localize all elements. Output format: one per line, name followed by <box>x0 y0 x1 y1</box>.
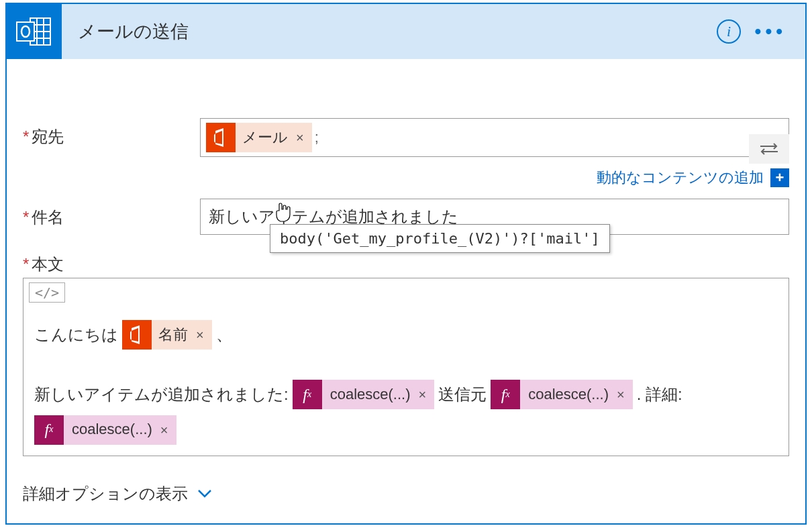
code-view-toggle[interactable]: </> <box>29 282 65 303</box>
fx-label: coalesce(...) <box>330 378 411 411</box>
office-icon <box>122 320 152 350</box>
add-dynamic-content-link[interactable]: 動的なコンテンツの追加 <box>597 168 764 188</box>
remove-token-icon[interactable]: × <box>196 320 204 350</box>
fx-token-3[interactable]: fx coalesce(...) × <box>34 415 176 445</box>
chevron-down-icon <box>197 489 212 498</box>
svg-marker-13 <box>130 331 132 340</box>
body-token-name[interactable]: 名前 × <box>122 320 212 350</box>
remove-token-icon[interactable]: × <box>419 380 427 409</box>
greeting-text: こんにちは <box>34 317 118 353</box>
body-label: *本文 <box>23 254 789 275</box>
add-dynamic-content-plus[interactable]: + <box>770 168 789 187</box>
body-content[interactable]: こんにちは 名前 × 、 <box>23 307 789 456</box>
fx-icon: fx <box>293 380 322 409</box>
body-editor[interactable]: </> こんにちは <box>23 278 789 456</box>
to-field[interactable]: メール × ; <box>200 118 789 157</box>
to-label: *宛先 <box>23 118 200 148</box>
fx-label: coalesce(...) <box>72 413 152 445</box>
comma: 、 <box>216 317 232 353</box>
expression-tooltip: body('Get_my_profile_(V2)')?['mail'] <box>270 224 610 253</box>
card-body: *宛先 メール × <box>7 118 805 505</box>
to-token-mail[interactable]: メール × <box>206 123 312 152</box>
body-text: . 詳細: <box>637 377 682 413</box>
advanced-options-toggle[interactable]: 詳細オプションの表示 <box>23 483 789 505</box>
body-toolbar: </> <box>23 278 789 307</box>
svg-marker-10 <box>215 128 223 147</box>
remove-token-icon[interactable]: × <box>296 130 304 146</box>
required-mark: * <box>23 255 29 273</box>
fx-token-1[interactable]: fx coalesce(...) × <box>293 380 435 409</box>
svg-marker-12 <box>132 325 140 344</box>
required-mark: * <box>23 127 29 146</box>
fx-icon: fx <box>491 380 520 409</box>
body-section: *本文 </> こんにちは <box>23 254 789 456</box>
token-label: 名前 <box>158 319 188 351</box>
info-icon[interactable]: i <box>717 19 741 44</box>
svg-rect-6 <box>17 22 34 41</box>
fx-token-2[interactable]: fx coalesce(...) × <box>491 380 633 409</box>
fx-label: coalesce(...) <box>528 378 609 411</box>
token-label: メール <box>242 127 288 148</box>
office-icon <box>206 123 236 152</box>
subject-label: *件名 <box>23 199 200 228</box>
separator: ; <box>315 129 319 146</box>
to-row: *宛先 メール × <box>23 118 789 188</box>
outlook-icon <box>7 4 62 59</box>
more-icon[interactable]: ••• <box>755 21 786 42</box>
card-title: メールの送信 <box>78 19 189 44</box>
remove-token-icon[interactable]: × <box>617 380 625 409</box>
body-text: 送信元 <box>438 377 487 413</box>
svg-marker-11 <box>214 134 215 143</box>
advanced-options-label: 詳細オプションの表示 <box>23 483 188 505</box>
fx-icon: fx <box>34 415 64 445</box>
swap-button[interactable] <box>749 134 789 164</box>
remove-token-icon[interactable]: × <box>160 415 168 445</box>
body-text: 新しいアイテムが追加されました: <box>34 377 289 413</box>
dynamic-content-row: 動的なコンテンツの追加 + <box>200 168 789 188</box>
required-mark: * <box>23 208 29 226</box>
card-header: メールの送信 i ••• <box>7 4 805 59</box>
action-card: メールの送信 i ••• *宛先 <box>5 3 807 525</box>
